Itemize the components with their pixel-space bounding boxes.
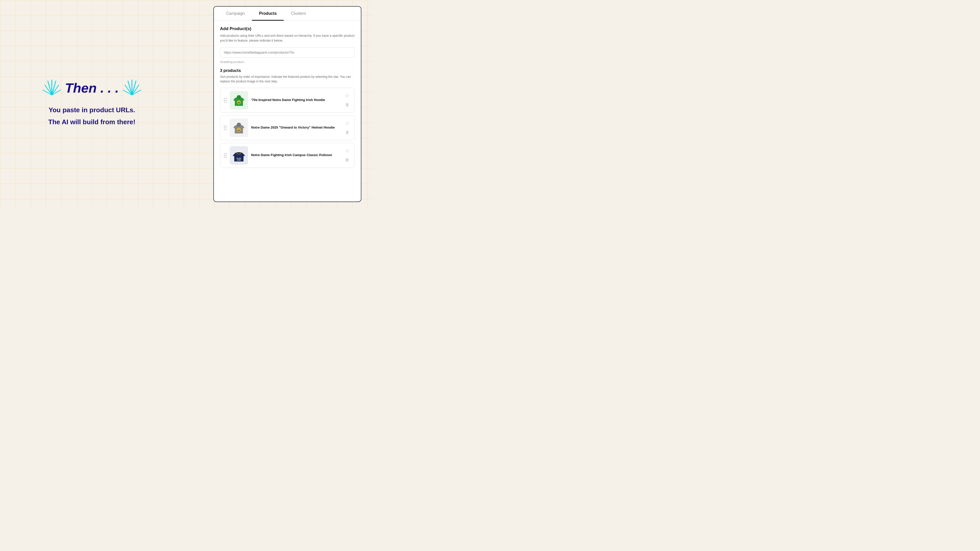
tab-content: Add Product(s) Add products using their … [214, 21, 361, 202]
drag-dot [226, 102, 227, 103]
svg-point-19 [237, 123, 241, 126]
grabbing-status: Grabbing product... [220, 60, 355, 64]
drag-dot [226, 155, 227, 156]
drag-dot [224, 102, 225, 103]
product-card-1: ND '70s-Inspired Notre Dame Fighting Iri… [220, 88, 355, 113]
tab-clusters[interactable]: Clusters [284, 6, 313, 21]
add-products-title: Add Product(s) [220, 26, 355, 32]
drag-dot [224, 157, 225, 158]
star-button-2[interactable]: ☆ [344, 120, 351, 127]
drag-dot [226, 153, 227, 154]
product-actions-1: ☆ 🗑 [344, 92, 351, 108]
tab-products[interactable]: Products [252, 6, 284, 21]
drag-dot [226, 127, 227, 128]
drag-handle-1[interactable] [224, 98, 227, 103]
delete-button-2[interactable]: 🗑 [344, 129, 351, 136]
svg-rect-24 [242, 156, 243, 162]
svg-text:DAME: DAME [237, 159, 241, 161]
product-list: ND '70s-Inspired Notre Dame Fighting Iri… [220, 88, 355, 168]
product-name-2: Notre Dame 2025 "Onward to Victory" Helm… [251, 125, 341, 130]
delete-button-1[interactable]: 🗑 [344, 101, 351, 108]
svg-text:ND: ND [238, 130, 240, 131]
product-image-3: NOTRE DAME [230, 146, 248, 165]
drag-dot [226, 98, 227, 99]
drag-dot [224, 153, 225, 154]
star-button-3[interactable]: ☆ [344, 147, 351, 154]
tab-bar: Campaign Products Clusters [214, 6, 361, 21]
svg-text:ND: ND [238, 102, 240, 103]
product-image-1: ND [230, 91, 248, 110]
product-name-1: '70s-Inspired Notre Dame Fighting Irish … [251, 98, 341, 102]
body-text: You paste in product URLs. The AI will b… [48, 105, 135, 129]
product-actions-3: ☆ 🗑 [344, 147, 351, 164]
then-container: Then . . . [41, 79, 142, 97]
products-description: Sort products by order of importance. In… [220, 75, 355, 84]
drag-dot [224, 125, 225, 127]
drag-dot [226, 129, 227, 130]
delete-button-3[interactable]: 🗑 [344, 156, 351, 164]
body-line-1: You paste in product URLs. [48, 105, 135, 115]
right-panel: Campaign Products Clusters Add Product(s… [213, 6, 361, 202]
product-card-2: ND Notre Dame 2025 "Onward to Victory" H… [220, 115, 355, 140]
url-input[interactable] [220, 47, 355, 58]
tab-campaign[interactable]: Campaign [219, 6, 252, 21]
product-actions-2: ☆ 🗑 [344, 120, 351, 136]
body-line-2: The AI will build from there! [48, 117, 135, 127]
drag-dot [224, 129, 225, 130]
left-panel: Then . . . You paste in product URLs. Th… [0, 0, 184, 208]
drag-handle-3[interactable] [224, 153, 227, 158]
drag-dot [224, 127, 225, 128]
drag-dot [226, 157, 227, 158]
products-count: 3 products [220, 68, 355, 73]
drag-dot [226, 100, 227, 101]
drag-dot [224, 100, 225, 101]
star-button-1[interactable]: ☆ [344, 92, 351, 99]
svg-point-15 [237, 95, 241, 98]
svg-rect-23 [234, 156, 235, 162]
right-sparkle-icon [122, 79, 142, 97]
drag-handle-2[interactable] [224, 125, 227, 130]
add-products-description: Add products using their URLs and sort t… [220, 33, 355, 43]
drag-dot [226, 125, 227, 127]
product-image-2: ND [230, 119, 248, 137]
then-label: Then . . . [65, 80, 119, 96]
product-name-3: Notre Dame Fighting Irish Campus Classic… [251, 153, 341, 157]
left-sparkle-icon [41, 79, 62, 97]
product-card-3: NOTRE DAME Notre Dame Fighting Irish Cam… [220, 143, 355, 168]
drag-dot [224, 155, 225, 156]
drag-dot [224, 98, 225, 99]
